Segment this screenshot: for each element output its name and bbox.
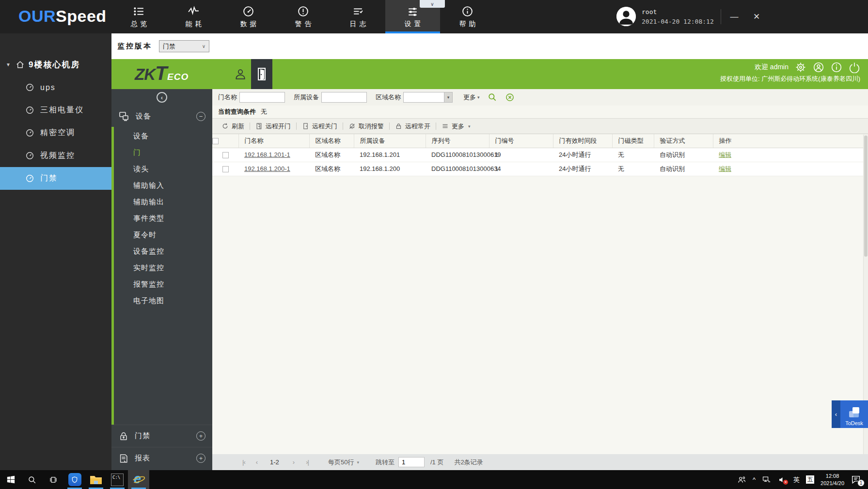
remote-close-door-button[interactable]: 远程关门 (297, 121, 343, 132)
screen: OURSpeed 总览 能耗 数据 警告 日志 (0, 0, 868, 489)
taskbar-file-explorer[interactable] (85, 470, 107, 489)
col-area-name: 区域名称 (309, 134, 354, 148)
todesk-widget[interactable]: ‹ ToDesk (832, 400, 868, 428)
collapse-sidebar-button[interactable]: ‹ (157, 92, 167, 103)
gear-icon[interactable] (795, 61, 806, 73)
clock[interactable]: 12:08 2021/4/20 (821, 473, 844, 487)
volume-muted-badge: ✕ (783, 480, 788, 485)
cell-verify: 自动识别 (654, 148, 713, 162)
taskbar-search-button[interactable] (21, 470, 43, 489)
nav-item-log[interactable]: 日志 (331, 0, 385, 33)
menu-item-device[interactable]: 设备 (114, 128, 212, 144)
next-page-icon[interactable]: › (293, 458, 294, 466)
personnel-module-tab[interactable] (234, 67, 247, 81)
door-name-link[interactable]: 192.168.1.200-1 (244, 165, 290, 172)
query-condition-label: 当前查询条件 (218, 107, 256, 116)
prev-page-icon[interactable]: ‹ (256, 458, 257, 466)
ime-language-indicator[interactable]: 英 (793, 475, 800, 484)
about-info-icon[interactable] (831, 61, 842, 73)
menu-section-report[interactable]: 报表 + (111, 447, 212, 469)
toolbar-more-button[interactable]: 更多 ▾ (436, 121, 476, 132)
cell-area: 区域名称 (309, 162, 354, 176)
monitor-version-select[interactable]: 门禁 ∨ (159, 40, 209, 52)
refresh-button[interactable]: 刷新 (216, 121, 250, 132)
avatar[interactable] (616, 7, 636, 26)
nav-item-data[interactable]: 数据 (221, 0, 276, 33)
last-page-icon[interactable]: ›| (306, 458, 309, 466)
remote-open-door-button[interactable]: 远程开门 (250, 121, 296, 132)
search-icon[interactable] (488, 92, 497, 102)
col-owner-device: 所属设备 (354, 134, 426, 148)
menu-item-emap[interactable]: 电子地图 (114, 292, 212, 309)
volume-muted-icon[interactable]: ✕ (777, 475, 787, 484)
menu-item-aux-output[interactable]: 辅助输出 (114, 194, 212, 210)
chevron-down-icon: ▾ (357, 460, 359, 465)
area-name-select[interactable]: ▾ (403, 92, 453, 103)
cancel-alarm-button[interactable]: 取消报警 (343, 121, 389, 132)
taskbar-internet-explorer[interactable]: e (128, 470, 149, 489)
menu-item-daylight-saving[interactable]: 夏令时 (114, 227, 212, 243)
menu-item-alarm-monitor[interactable]: 报警监控 (114, 276, 212, 292)
minimize-button[interactable]: — (724, 0, 744, 33)
notification-center-button[interactable]: 1 (851, 474, 862, 486)
menu-item-realtime-monitor[interactable]: 实时监控 (114, 260, 212, 276)
more-filters-link[interactable]: 更多 ▾ (463, 93, 480, 102)
door-name-link[interactable]: 192.168.1.201-1 (244, 151, 290, 158)
menu-section-access[interactable]: 门禁 + (111, 425, 212, 447)
menu-item-aux-input[interactable]: 辅助输入 (114, 177, 212, 194)
nav-item-energy[interactable]: 能耗 (166, 0, 221, 33)
remote-normally-open-button[interactable]: 远程常开 (390, 121, 436, 132)
list-icon (133, 5, 145, 17)
owner-device-input[interactable] (321, 92, 367, 103)
logo-t: T (155, 62, 167, 84)
menu-item-reader[interactable]: 读头 (114, 161, 212, 177)
task-view-button[interactable] (43, 470, 64, 489)
todesk-button[interactable]: ToDesk (840, 400, 868, 428)
first-page-icon[interactable]: |‹ (242, 458, 245, 466)
collapse-section-button[interactable]: − (196, 112, 205, 121)
table-toolbar: 刷新 远程开门 远程关门 取消报警 (212, 118, 868, 134)
tree-item-precision-ac[interactable]: 精密空调 (0, 122, 111, 144)
access-module-tab[interactable] (251, 59, 272, 89)
nav-item-alert[interactable]: 警告 (276, 0, 331, 33)
ime-mode-indicator[interactable]: 五 (806, 475, 814, 484)
select-all-checkbox[interactable] (212, 138, 219, 144)
zk-module-sidebar: ‹ 设备 − 设备 门 读头 辅助输入 辅助输出 事件类型 夏令时 设备监控 (111, 89, 212, 470)
account-icon[interactable] (813, 61, 824, 73)
page-size-select[interactable]: 每页50行 ▾ (328, 458, 359, 467)
welcome-text: 欢迎 admin (755, 63, 789, 72)
tree-item-power-meter[interactable]: 三相电量仪 (0, 99, 111, 122)
row-checkbox[interactable] (222, 152, 229, 158)
taskbar-app-security[interactable] (64, 470, 85, 489)
network-icon[interactable] (762, 475, 771, 484)
tree-item-access-control[interactable]: 门禁 (0, 167, 111, 190)
menu-item-door[interactable]: 门 (114, 144, 212, 161)
tree-root-9f-room[interactable]: ▼ 9楼核心机房 (0, 53, 111, 76)
col-verify-mode: 验证方式 (654, 134, 713, 148)
tray-expand-icon[interactable]: ^ (753, 476, 756, 483)
door-name-input[interactable] (239, 92, 285, 103)
nav-item-overview[interactable]: 总览 (111, 0, 166, 33)
expand-section-button[interactable]: + (196, 454, 205, 463)
jump-to-input[interactable] (398, 457, 425, 467)
cell-serial: DDG1100081013000619 (426, 148, 489, 162)
edit-link[interactable]: 编辑 (719, 165, 731, 172)
people-icon[interactable] (737, 475, 746, 484)
close-button[interactable]: ✕ (746, 0, 767, 33)
menu-item-event-type[interactable]: 事件类型 (114, 210, 212, 227)
row-checkbox[interactable] (222, 166, 229, 172)
start-button[interactable] (0, 470, 21, 489)
collapse-panel-tab[interactable]: ∨ (420, 0, 445, 8)
todesk-collapse-strip[interactable]: ‹ (832, 400, 840, 428)
clear-search-icon[interactable] (505, 92, 515, 102)
edit-link[interactable]: 编辑 (719, 151, 731, 158)
logout-power-icon[interactable] (849, 61, 860, 73)
expand-section-button[interactable]: + (196, 431, 205, 441)
tree-item-ups[interactable]: ups (0, 76, 111, 99)
nav-item-help[interactable]: 帮助 (440, 0, 495, 33)
menu-section-device[interactable]: 设备 − (111, 106, 212, 127)
taskbar-command-prompt[interactable]: C:\ (107, 470, 128, 489)
scrollbar-thumb[interactable] (864, 136, 868, 257)
menu-item-device-monitor[interactable]: 设备监控 (114, 243, 212, 260)
tree-item-video-monitor[interactable]: 视频监控 (0, 144, 111, 167)
